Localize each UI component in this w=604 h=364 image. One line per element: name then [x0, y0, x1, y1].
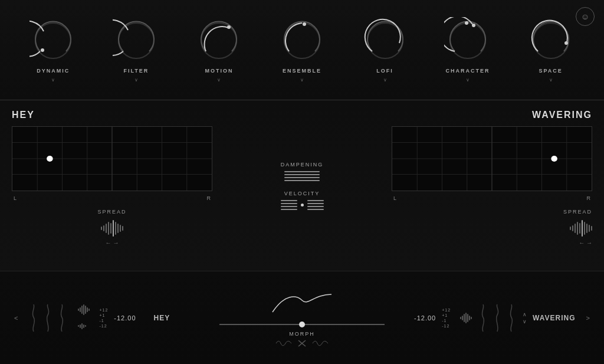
bottom-center: MORPH — [219, 288, 385, 347]
left-mini-arrow: ← → — [12, 240, 212, 246]
logo-button[interactable]: ☺ — [576, 7, 595, 26]
velocity-label: VELOCITY — [284, 191, 320, 196]
knob-filter-label: FILTER — [123, 68, 149, 74]
knob-motion-label: MOTION — [205, 68, 233, 74]
db-minus1: -1 — [99, 319, 104, 323]
right-db-value: -12.00 — [414, 314, 436, 322]
svg-point-0 — [35, 23, 71, 58]
right-mini-waveform — [570, 219, 592, 237]
right-smoke-icon-1 — [478, 303, 488, 333]
left-bottom-controls — [78, 304, 90, 332]
smoke-icon-1 — [28, 303, 39, 333]
left-label-r: R — [207, 195, 211, 201]
morph-icons — [275, 339, 329, 347]
left-db-value: -12.00 — [114, 314, 136, 322]
db-plus1: +1 — [99, 313, 105, 317]
right-nav-next[interactable]: > — [582, 314, 595, 322]
right-smoke-icons — [478, 303, 517, 333]
right-panel-title: WAVERING — [532, 110, 592, 120]
knob-motion[interactable] — [195, 17, 242, 64]
knob-lofi-chevron: ∨ — [383, 77, 387, 83]
left-nav-prev[interactable]: < — [9, 314, 22, 322]
db-plus12: +12 — [99, 308, 108, 312]
knob-group-filter: FILTER ∨ — [113, 17, 160, 83]
knob-group-character: CHARACTER ∨ — [444, 17, 491, 83]
knob-ensemble-label: ENSEMBLE — [283, 68, 321, 74]
mid-section: HEY — [0, 100, 604, 271]
morph-wave-right-icon — [311, 339, 329, 347]
logo-icon: ☺ — [581, 12, 589, 21]
knob-space-chevron: ∨ — [549, 77, 553, 83]
knob-filter-chevron: ∨ — [134, 77, 138, 83]
left-waveform2 — [78, 320, 90, 332]
left-panel: HEY — [0, 100, 224, 271]
morph-label: MORPH — [289, 331, 315, 337]
right-preset-name: WAVERING — [533, 314, 575, 322]
db-minus12: -12 — [99, 324, 107, 328]
right-smoke-icon-2 — [492, 303, 503, 333]
right-label-r: R — [587, 195, 591, 201]
left-label-l: L — [14, 195, 17, 201]
center-panel: DAMPENING VELOCITY — [224, 100, 380, 271]
knob-ensemble-chevron: ∨ — [300, 77, 304, 83]
knob-space-label: SPACE — [539, 68, 562, 74]
knob-group-space: SPACE ∨ — [527, 17, 575, 83]
velocity-section: VELOCITY — [281, 191, 324, 210]
right-nav-arrows: ∧ ∨ — [523, 311, 527, 324]
knob-motion-chevron: ∨ — [217, 77, 221, 83]
svg-point-6 — [303, 22, 306, 26]
right-db-minus1: -1 — [442, 319, 447, 323]
morph-slider[interactable] — [219, 324, 385, 325]
dampening-lines[interactable] — [284, 171, 320, 181]
svg-point-8 — [450, 23, 485, 58]
knob-lofi[interactable] — [362, 17, 409, 64]
left-spread-display[interactable]: L R — [12, 126, 212, 191]
right-db-minus12: -12 — [442, 324, 449, 328]
knob-character[interactable] — [444, 17, 491, 64]
right-panel: WAVERING L R — [380, 100, 604, 271]
right-smoke-icon-3 — [506, 303, 517, 333]
svg-point-36 — [551, 156, 557, 162]
knob-group-ensemble: ENSEMBLE ∨ — [278, 17, 326, 83]
svg-point-2 — [119, 23, 154, 58]
knob-dynamic-label: DYNAMIC — [37, 68, 70, 74]
morph-x-icon — [297, 339, 307, 347]
velocity-control[interactable] — [281, 200, 324, 210]
right-db-plus12: +12 — [442, 308, 451, 312]
knob-ensemble[interactable] — [278, 17, 326, 64]
knob-group-motion: MOTION ∨ — [195, 17, 242, 83]
left-db-scale: +12 +1 -1 -12 — [99, 308, 108, 328]
left-preset-name: HEY — [154, 314, 170, 322]
left-smoke-icons — [28, 303, 67, 333]
right-spread-display[interactable]: L R — [392, 126, 592, 191]
knob-filter[interactable] — [113, 17, 160, 64]
svg-point-24 — [47, 156, 53, 162]
svg-point-11 — [533, 23, 569, 58]
knob-group-dynamic: DYNAMIC ∨ — [29, 17, 77, 83]
svg-point-10 — [472, 24, 475, 27]
right-nav-up[interactable]: ∧ — [523, 311, 527, 317]
knob-space[interactable] — [527, 17, 575, 64]
right-label-l: L — [393, 195, 396, 201]
right-nav-down[interactable]: ∨ — [523, 319, 527, 324]
dampening-section: DAMPENING — [281, 162, 324, 181]
right-spread-label: SPREAD — [563, 209, 592, 215]
svg-point-1 — [41, 48, 44, 52]
knob-group-lofi: LOFI ∨ — [362, 17, 409, 83]
morph-slider-handle[interactable] — [299, 322, 305, 327]
left-mini-waveform — [12, 219, 212, 237]
svg-point-12 — [564, 41, 568, 45]
smoke-icon-2 — [42, 303, 53, 333]
svg-point-3 — [201, 23, 237, 58]
morph-curve-display — [267, 288, 337, 318]
left-panel-title: HEY — [12, 110, 212, 120]
right-mini-arrow: ← → — [579, 240, 592, 246]
right-db-plus1: +1 — [442, 313, 448, 317]
left-spread-label: SPREAD — [12, 209, 212, 215]
svg-point-4 — [227, 25, 231, 29]
knob-dynamic-chevron: ∨ — [51, 77, 55, 83]
svg-point-5 — [284, 23, 320, 58]
knob-dynamic[interactable] — [29, 17, 77, 64]
bottom-left: < — [0, 271, 219, 364]
top-section: DYNAMIC ∨ FILTER ∨ MOTION ∨ — [0, 0, 604, 100]
